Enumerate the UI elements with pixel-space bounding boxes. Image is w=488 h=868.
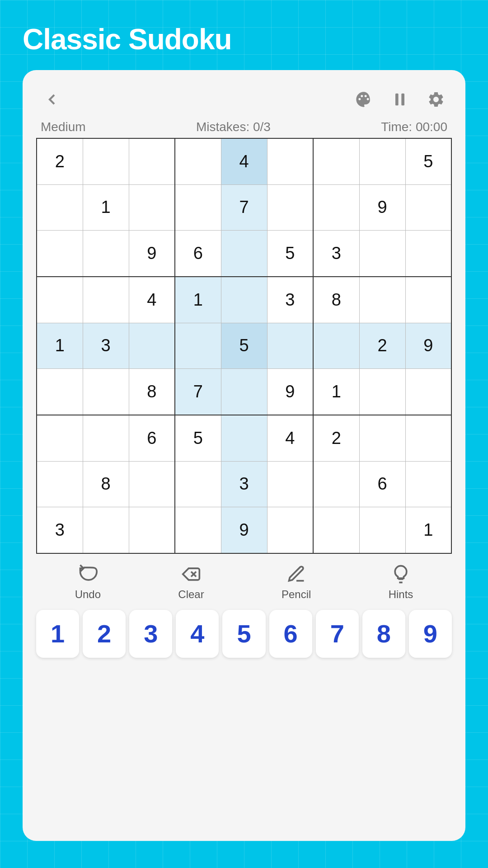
numpad-button-3[interactable]: 3 xyxy=(129,610,172,658)
grid-cell[interactable]: 9 xyxy=(405,323,451,368)
grid-cell[interactable] xyxy=(37,184,83,230)
numpad-button-6[interactable]: 6 xyxy=(269,610,312,658)
grid-cell[interactable]: 1 xyxy=(313,369,359,415)
grid-cell[interactable] xyxy=(359,277,405,323)
grid-cell[interactable] xyxy=(405,415,451,461)
grid-cell[interactable]: 7 xyxy=(221,184,267,230)
numpad-button-1[interactable]: 1 xyxy=(36,610,79,658)
sudoku-grid[interactable]: 245179965341381352987916542836391 xyxy=(36,138,452,554)
grid-cell[interactable]: 8 xyxy=(313,277,359,323)
grid-cell[interactable] xyxy=(267,507,313,553)
grid-cell[interactable]: 5 xyxy=(405,138,451,184)
grid-cell[interactable]: 1 xyxy=(37,323,83,368)
grid-cell[interactable]: 5 xyxy=(267,231,313,277)
undo-button[interactable]: Undo xyxy=(75,563,101,601)
pencil-label: Pencil xyxy=(282,588,311,601)
grid-cell[interactable] xyxy=(175,138,221,184)
grid-cell[interactable] xyxy=(267,184,313,230)
grid-cell[interactable]: 5 xyxy=(221,323,267,368)
grid-cell[interactable] xyxy=(37,415,83,461)
numpad-button-4[interactable]: 4 xyxy=(176,610,219,658)
grid-cell[interactable] xyxy=(405,231,451,277)
grid-cell[interactable]: 4 xyxy=(267,415,313,461)
numpad-button-2[interactable]: 2 xyxy=(83,610,126,658)
grid-cell[interactable]: 6 xyxy=(359,461,405,507)
grid-cell[interactable] xyxy=(221,277,267,323)
grid-cell[interactable] xyxy=(83,138,129,184)
grid-cell[interactable]: 1 xyxy=(175,277,221,323)
grid-cell[interactable]: 9 xyxy=(359,184,405,230)
pencil-button[interactable]: Pencil xyxy=(282,563,311,601)
grid-cell[interactable] xyxy=(129,461,175,507)
numpad-button-7[interactable]: 7 xyxy=(316,610,359,658)
clear-button[interactable]: Clear xyxy=(178,563,204,601)
grid-cell[interactable] xyxy=(37,277,83,323)
grid-cell[interactable] xyxy=(405,184,451,230)
grid-cell[interactable] xyxy=(83,507,129,553)
grid-cell[interactable] xyxy=(129,184,175,230)
grid-cell[interactable] xyxy=(313,138,359,184)
grid-cell[interactable] xyxy=(267,323,313,368)
grid-cell[interactable] xyxy=(175,507,221,553)
numpad-button-9[interactable]: 9 xyxy=(409,610,452,658)
grid-cell[interactable]: 4 xyxy=(221,138,267,184)
grid-cell[interactable] xyxy=(129,138,175,184)
grid-cell[interactable] xyxy=(221,231,267,277)
grid-cell[interactable]: 6 xyxy=(129,415,175,461)
grid-cell[interactable] xyxy=(37,231,83,277)
grid-cell[interactable]: 3 xyxy=(267,277,313,323)
grid-cell[interactable]: 1 xyxy=(83,184,129,230)
numpad-button-5[interactable]: 5 xyxy=(222,610,265,658)
grid-cell[interactable]: 2 xyxy=(313,415,359,461)
grid-cell[interactable]: 5 xyxy=(175,415,221,461)
grid-cell[interactable] xyxy=(129,507,175,553)
grid-cell[interactable] xyxy=(267,461,313,507)
grid-cell[interactable] xyxy=(359,369,405,415)
palette-button[interactable] xyxy=(352,88,375,111)
grid-cell[interactable] xyxy=(83,369,129,415)
grid-cell[interactable]: 9 xyxy=(221,507,267,553)
grid-cell[interactable] xyxy=(359,507,405,553)
grid-cell[interactable] xyxy=(37,461,83,507)
grid-cell[interactable] xyxy=(359,415,405,461)
grid-cell[interactable] xyxy=(313,461,359,507)
grid-cell[interactable] xyxy=(221,415,267,461)
grid-cell[interactable]: 6 xyxy=(175,231,221,277)
grid-cell[interactable] xyxy=(175,461,221,507)
grid-cell[interactable]: 3 xyxy=(221,461,267,507)
grid-cell[interactable] xyxy=(359,231,405,277)
grid-cell[interactable]: 9 xyxy=(267,369,313,415)
grid-cell[interactable] xyxy=(83,231,129,277)
pause-button[interactable] xyxy=(389,88,411,111)
grid-cell[interactable]: 1 xyxy=(405,507,451,553)
grid-cell[interactable] xyxy=(405,369,451,415)
grid-cell[interactable] xyxy=(313,323,359,368)
back-button[interactable] xyxy=(41,88,63,111)
hints-button[interactable]: Hints xyxy=(389,563,413,601)
grid-cell[interactable]: 3 xyxy=(313,231,359,277)
grid-cell[interactable] xyxy=(267,138,313,184)
grid-cell[interactable] xyxy=(175,323,221,368)
grid-cell[interactable] xyxy=(129,323,175,368)
grid-cell[interactable] xyxy=(313,507,359,553)
grid-cell[interactable] xyxy=(83,277,129,323)
grid-cell[interactable] xyxy=(175,184,221,230)
grid-cell[interactable]: 3 xyxy=(83,323,129,368)
grid-cell[interactable]: 9 xyxy=(129,231,175,277)
grid-cell[interactable]: 2 xyxy=(37,138,83,184)
grid-cell[interactable]: 4 xyxy=(129,277,175,323)
grid-cell[interactable]: 8 xyxy=(83,461,129,507)
grid-cell[interactable] xyxy=(359,138,405,184)
grid-cell[interactable] xyxy=(405,461,451,507)
grid-cell[interactable] xyxy=(405,277,451,323)
settings-button[interactable] xyxy=(425,88,447,111)
grid-cell[interactable]: 2 xyxy=(359,323,405,368)
grid-cell[interactable] xyxy=(37,369,83,415)
grid-cell[interactable] xyxy=(83,415,129,461)
numpad-button-8[interactable]: 8 xyxy=(362,610,405,658)
grid-cell[interactable] xyxy=(221,369,267,415)
grid-cell[interactable]: 3 xyxy=(37,507,83,553)
grid-cell[interactable] xyxy=(313,184,359,230)
grid-cell[interactable]: 8 xyxy=(129,369,175,415)
grid-cell[interactable]: 7 xyxy=(175,369,221,415)
